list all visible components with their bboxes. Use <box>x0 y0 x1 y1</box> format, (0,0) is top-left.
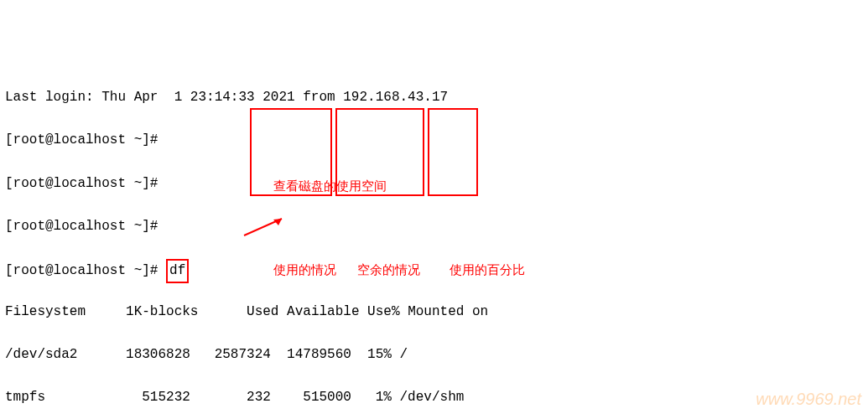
table-row: tmpfs 515232 232 515000 1% /dev/shm <box>5 387 863 409</box>
cell-blocks: 515232 <box>142 390 190 405</box>
df-header-row: Filesystem 1K-blocks Used Available Use%… <box>5 302 863 323</box>
col-filesystem: Filesystem <box>5 304 86 319</box>
cell-avail: 14789560 <box>287 347 351 362</box>
cell-blocks: 18306828 <box>126 347 190 362</box>
cell-avail: 515000 <box>303 390 351 405</box>
cell-used: 232 <box>247 390 271 405</box>
cell-mount: / <box>400 347 408 362</box>
annotation-used: 使用的情况 <box>273 260 336 280</box>
arrow-icon <box>240 215 290 240</box>
prompt: [root@localhost ~]# <box>5 263 158 278</box>
cell-usepct: 1% <box>376 390 392 405</box>
prompt: [root@localhost ~]# <box>5 219 158 234</box>
cell-usepct: 15% <box>367 347 392 362</box>
cell-mount: /dev/shm <box>400 390 465 405</box>
df-command: df <box>166 259 189 284</box>
col-used: Used <box>247 304 278 319</box>
prompt: [root@localhost ~]# <box>5 132 158 147</box>
col-mounted: Mounted on <box>408 304 488 319</box>
cell-used: 2587324 <box>215 347 271 362</box>
cell-fs: /dev/sda2 <box>5 347 77 362</box>
prompt-line: [root@localhost ~]# 查看磁盘的使用空间 <box>5 173 863 195</box>
prompt: [root@localhost ~]# <box>5 176 158 191</box>
col-usepct: Use% <box>367 304 399 319</box>
cell-fs: tmpfs <box>5 390 45 405</box>
prompt-line: [root@localhost ~]# <box>5 130 863 152</box>
annotation-disk-usage: 查看磁盘的使用空间 <box>273 176 387 196</box>
watermark: www.9969.net <box>756 385 861 412</box>
col-available: Available <box>287 304 359 319</box>
prompt-line: [root@localhost ~]# <box>5 216 863 238</box>
table-row: /dev/sda2 18306828 2587324 14789560 15% … <box>5 344 863 366</box>
login-info: Last login: Thu Apr 1 23:14:33 2021 from… <box>5 87 863 109</box>
cmd-line-df[interactable]: [root@localhost ~]# df 使用的情况 空余的情况 使用的百分… <box>5 259 863 281</box>
col-blocks: 1K-blocks <box>126 304 198 319</box>
login-text: Last login: Thu Apr 1 23:14:33 2021 from… <box>5 90 448 105</box>
annotation-avail: 空余的情况 <box>357 260 420 280</box>
annotation-usepct: 使用的百分比 <box>450 260 525 280</box>
